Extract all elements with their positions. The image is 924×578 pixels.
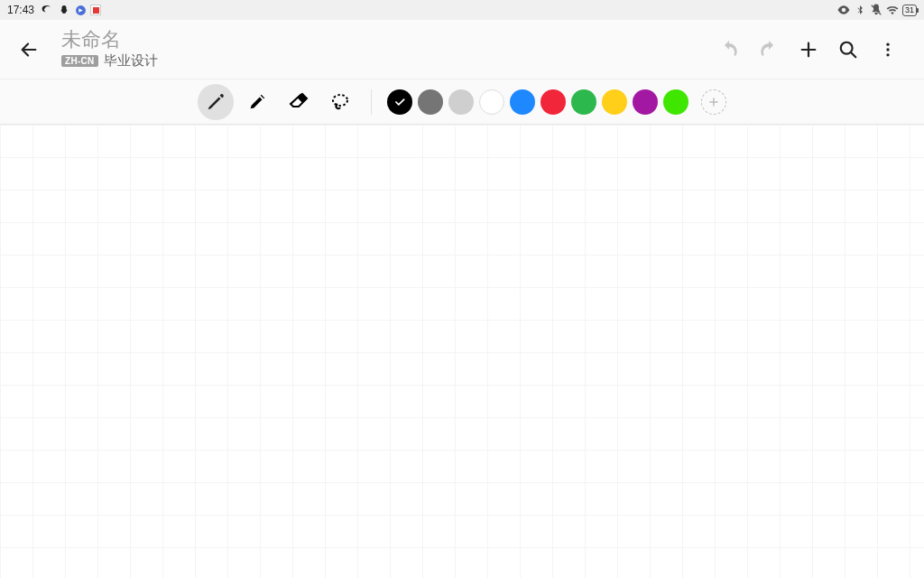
statusbar-right: 31 <box>837 4 917 16</box>
back-button[interactable] <box>11 32 47 68</box>
add-color-button[interactable] <box>701 89 726 115</box>
document-subtitle: 毕业设计 <box>104 52 158 70</box>
svg-point-3 <box>886 48 889 51</box>
redo-icon <box>758 39 780 61</box>
search-icon <box>838 40 858 60</box>
marker-tool-button[interactable] <box>239 84 275 120</box>
search-button[interactable] <box>828 30 868 70</box>
eye-icon <box>837 4 850 16</box>
svg-point-6 <box>336 103 338 106</box>
color-swatch-red[interactable] <box>541 89 566 115</box>
battery-percent: 31 <box>905 5 914 15</box>
statusbar-time: 17:43 <box>7 4 34 16</box>
color-swatch-black[interactable] <box>387 89 412 115</box>
color-swatch-green[interactable] <box>571 89 596 115</box>
color-swatch-dark-gray[interactable] <box>418 89 443 115</box>
color-swatch-yellow[interactable] <box>602 89 627 115</box>
svg-point-5 <box>333 95 347 106</box>
lasso-icon <box>329 91 351 113</box>
svg-point-2 <box>886 42 889 45</box>
document-title: 未命名 <box>61 29 158 51</box>
language-chip: ZH-CN <box>61 55 98 67</box>
mute-icon <box>870 4 882 16</box>
drawing-canvas[interactable] <box>0 125 924 578</box>
color-swatch-purple[interactable] <box>633 89 658 115</box>
qq-icon <box>58 4 70 16</box>
marker-icon <box>247 92 267 112</box>
app-header: 未命名 ZH-CN 毕业设计 <box>0 20 924 79</box>
title-block[interactable]: 未命名 ZH-CN 毕业设计 <box>61 29 158 70</box>
eraser-tool-button[interactable] <box>281 84 317 120</box>
statusbar-left: 17:43 <box>7 4 101 16</box>
checkmark-icon <box>393 96 406 108</box>
plus-icon <box>799 40 818 60</box>
lasso-tool-button[interactable] <box>322 84 358 120</box>
svg-point-4 <box>886 53 889 56</box>
more-vert-icon <box>879 41 897 59</box>
redo-button[interactable] <box>749 30 789 70</box>
wechat-icon <box>42 4 54 16</box>
color-swatch-light-gray[interactable] <box>448 89 474 115</box>
undo-button[interactable] <box>709 30 749 70</box>
pen-icon <box>206 92 226 112</box>
add-button[interactable] <box>789 30 828 70</box>
wifi-icon <box>886 4 899 16</box>
battery-indicator: 31 <box>902 5 917 16</box>
undo-icon <box>718 39 740 61</box>
arrow-left-icon <box>19 40 39 60</box>
bluetooth-icon <box>854 4 866 16</box>
toolbar-divider <box>371 89 372 115</box>
pen-tool-button[interactable] <box>198 84 234 120</box>
app-notif-icon <box>90 5 101 15</box>
color-swatch-white[interactable] <box>479 89 504 115</box>
color-swatch-lime[interactable] <box>663 89 688 115</box>
eraser-icon <box>288 91 310 113</box>
sync-icon <box>74 4 87 16</box>
subtitle-row: ZH-CN 毕业设计 <box>61 52 158 70</box>
color-swatch-blue[interactable] <box>510 89 535 115</box>
overflow-menu-button[interactable] <box>868 30 908 70</box>
plus-icon <box>707 96 720 108</box>
drawing-toolbar <box>0 79 924 125</box>
android-statusbar: 17:43 31 <box>0 0 924 20</box>
